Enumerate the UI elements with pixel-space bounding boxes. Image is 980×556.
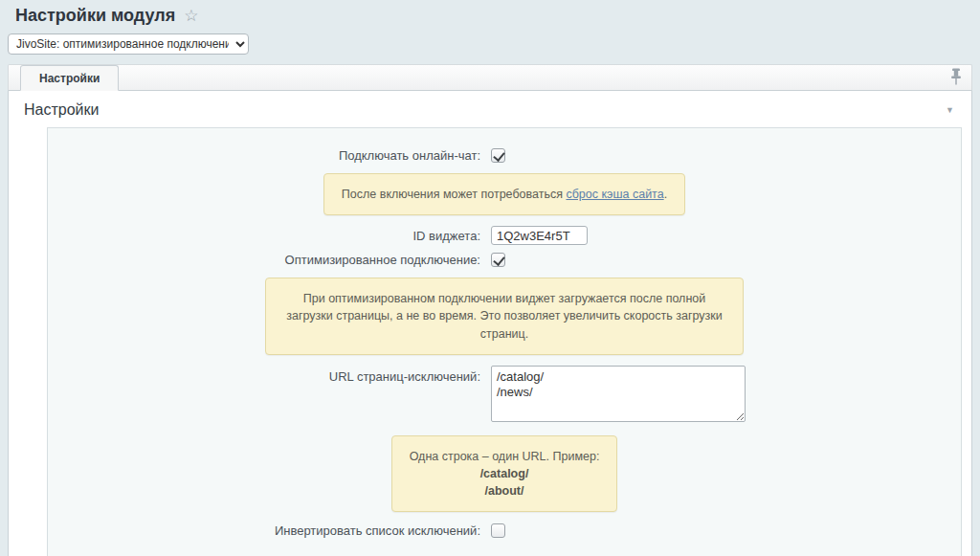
widget-id-input[interactable] [491, 226, 588, 245]
page-title: Настройки модуля [15, 6, 175, 26]
optimized-checkbox[interactable] [491, 253, 505, 267]
widget-id-label: ID виджета: [48, 229, 491, 243]
url-example-2: /about/ [485, 484, 524, 498]
invert-label: Инвертировать список исключений: [48, 523, 491, 538]
module-settings-page: Настройки модуля ☆ JivoSite: оптимизиров… [0, 0, 980, 556]
invert-checkbox[interactable] [491, 523, 505, 538]
tab-settings[interactable]: Настройки [20, 65, 119, 91]
cache-note-suffix: . [664, 188, 667, 201]
favorite-star-icon[interactable]: ☆ [184, 8, 198, 24]
settings-panel: Настройки ▼ Подключать онлайн-чат: После… [8, 91, 972, 556]
form-row-widget-id: ID виджета: [48, 226, 961, 245]
cache-note-text: После включения может потребоваться [342, 188, 567, 201]
section-title: Настройки [24, 101, 99, 119]
form-row-invert: Инвертировать список исключений: [48, 523, 961, 538]
form-row-connect-chat: Подключать онлайн-чат: [48, 147, 961, 163]
cache-note: После включения может потребоваться сбро… [323, 173, 685, 215]
url-example-1: /catalog/ [480, 467, 529, 480]
url-example-note: Одна строка – один URL. Пример: /catalog… [391, 435, 618, 512]
collapse-section-icon[interactable]: ▼ [944, 103, 956, 117]
url-exceptions-label: URL страниц-исключений: [48, 366, 491, 384]
optimized-label: Оптимизированное подключение: [48, 253, 491, 267]
reset-cache-link[interactable]: сброс кэша сайта [566, 188, 663, 201]
note-row-optimized: При оптимизированном подключении виджет … [48, 278, 961, 354]
connect-chat-label: Подключать онлайн-чат: [48, 148, 491, 163]
page-header: Настройки модуля ☆ [15, 6, 965, 26]
pin-icon[interactable] [950, 68, 962, 85]
tab-bar: Настройки [8, 64, 972, 91]
optimized-note: При оптимизированном подключении виджет … [265, 278, 744, 354]
url-example-line: Одна строка – один URL. Пример: [410, 450, 600, 463]
note-row-url-example: Одна строка – один URL. Пример: /catalog… [48, 435, 961, 512]
form-row-optimized: Оптимизированное подключение: [48, 252, 961, 267]
url-exceptions-textarea[interactable]: /catalog/ /news/ [491, 366, 746, 422]
note-row-cache: После включения может потребоваться сбро… [48, 173, 961, 215]
settings-form: Подключать онлайн-чат: После включения м… [47, 127, 962, 556]
connect-chat-checkbox[interactable] [491, 148, 505, 163]
section-header: Настройки ▼ [9, 91, 971, 127]
form-row-url-exceptions: URL страниц-исключений: /catalog/ /news/ [48, 366, 961, 425]
module-select[interactable]: JivoSite: оптимизированное подключение [8, 33, 249, 55]
